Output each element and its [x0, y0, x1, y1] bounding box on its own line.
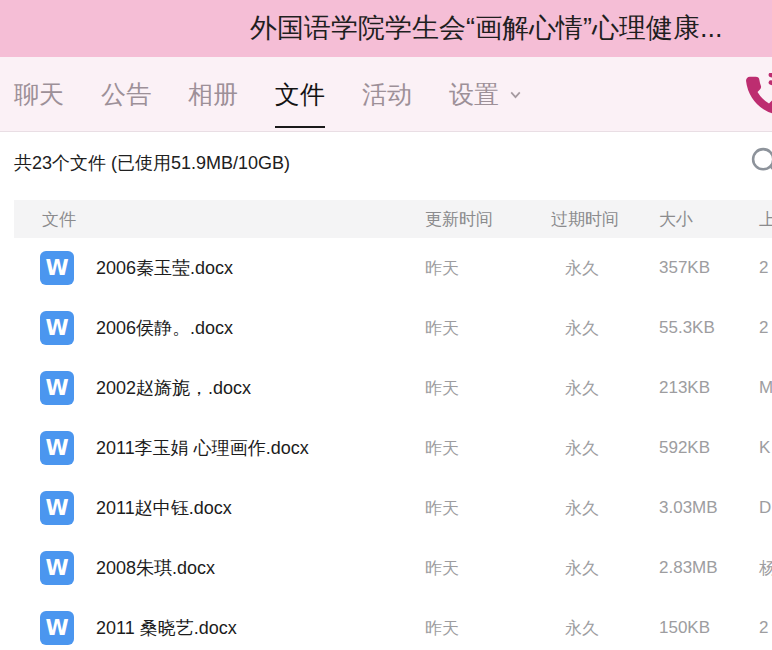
word-doc-icon: W: [40, 431, 74, 465]
file-size: 592KB: [659, 438, 759, 458]
stats-bar: 共23个文件 (已使用51.9MB/10GB): [0, 132, 772, 200]
file-table: 文件 更新时间 过期时间 大小 上传者 W 2006秦玉莹.docx 昨天 永久…: [14, 200, 772, 650]
file-count-summary: 共23个文件 (已使用51.9MB/10GB): [14, 132, 290, 194]
file-expires: 永久: [551, 617, 659, 640]
file-uploader: M: [759, 378, 772, 398]
table-row[interactable]: W 2008朱琪.docx 昨天 永久 2.83MB 杨: [14, 538, 772, 598]
file-uploader: 杨: [759, 557, 772, 580]
file-expires: 永久: [551, 557, 659, 580]
file-size: 55.3KB: [659, 318, 759, 338]
table-row[interactable]: W 2002赵旖旎，.docx 昨天 永久 213KB M: [14, 358, 772, 418]
file-name: 2002赵旖旎，.docx: [96, 376, 251, 400]
chevron-down-icon: [508, 87, 523, 102]
table-row[interactable]: W 2011赵中钰.docx 昨天 永久 3.03MB D: [14, 478, 772, 538]
tab-album[interactable]: 相册: [188, 57, 238, 131]
word-doc-icon: W: [40, 371, 74, 405]
file-expires: 永久: [551, 437, 659, 460]
table-row[interactable]: W 2006秦玉莹.docx 昨天 永久 357KB 2: [14, 238, 772, 298]
file-uploader: K: [759, 438, 772, 458]
file-uploader: 2: [759, 618, 772, 638]
file-updated: 昨天: [425, 257, 551, 280]
table-row[interactable]: W 2011 桑晓艺.docx 昨天 永久 150KB 2: [14, 598, 772, 650]
file-expires: 永久: [551, 497, 659, 520]
file-name: 2006秦玉莹.docx: [96, 256, 233, 280]
tab-activity[interactable]: 活动: [362, 57, 412, 131]
tab-chat[interactable]: 聊天: [14, 57, 64, 131]
word-doc-icon: W: [40, 491, 74, 525]
file-size: 2.83MB: [659, 558, 759, 578]
column-header-size: 大小: [659, 208, 759, 231]
phone-call-icon[interactable]: [742, 73, 772, 119]
tab-bar: 聊天 公告 相册 文件 活动 设置: [0, 57, 772, 132]
file-size: 3.03MB: [659, 498, 759, 518]
file-size: 213KB: [659, 378, 759, 398]
file-uploader: 2: [759, 258, 772, 278]
file-name: 2011李玉娟 心理画作.docx: [96, 436, 309, 460]
table-header-row: 文件 更新时间 过期时间 大小 上传者: [14, 200, 772, 238]
file-uploader: 2: [759, 318, 772, 338]
table-row[interactable]: W 2011李玉娟 心理画作.docx 昨天 永久 592KB K: [14, 418, 772, 478]
file-expires: 永久: [551, 257, 659, 280]
column-header-uploader: 上传者: [759, 208, 772, 231]
file-updated: 昨天: [425, 437, 551, 460]
file-size: 357KB: [659, 258, 759, 278]
file-expires: 永久: [551, 377, 659, 400]
search-icon[interactable]: [748, 144, 772, 178]
word-doc-icon: W: [40, 311, 74, 345]
tab-announcement[interactable]: 公告: [101, 57, 151, 131]
file-uploader: D: [759, 498, 772, 518]
file-name: 2011赵中钰.docx: [96, 496, 232, 520]
file-updated: 昨天: [425, 617, 551, 640]
file-expires: 永久: [551, 317, 659, 340]
file-updated: 昨天: [425, 317, 551, 340]
table-row[interactable]: W 2006侯静。.docx 昨天 永久 55.3KB 2: [14, 298, 772, 358]
file-updated: 昨天: [425, 557, 551, 580]
file-name: 2008朱琪.docx: [96, 556, 215, 580]
file-updated: 昨天: [425, 377, 551, 400]
column-header-file: 文件: [14, 208, 425, 231]
file-name: 2006侯静。.docx: [96, 316, 233, 340]
column-header-updated: 更新时间: [425, 208, 551, 231]
file-size: 150KB: [659, 618, 759, 638]
word-doc-icon: W: [40, 611, 74, 645]
tab-settings[interactable]: 设置: [449, 57, 523, 131]
group-title: 外国语学院学生会“画解心情”心理健康...: [250, 0, 723, 57]
word-doc-icon: W: [40, 551, 74, 585]
word-doc-icon: W: [40, 251, 74, 285]
group-title-bar: 外国语学院学生会“画解心情”心理健康...: [0, 0, 772, 57]
tab-files[interactable]: 文件: [275, 57, 325, 131]
file-name: 2011 桑晓艺.docx: [96, 616, 237, 640]
column-header-expires: 过期时间: [551, 208, 659, 231]
file-updated: 昨天: [425, 497, 551, 520]
